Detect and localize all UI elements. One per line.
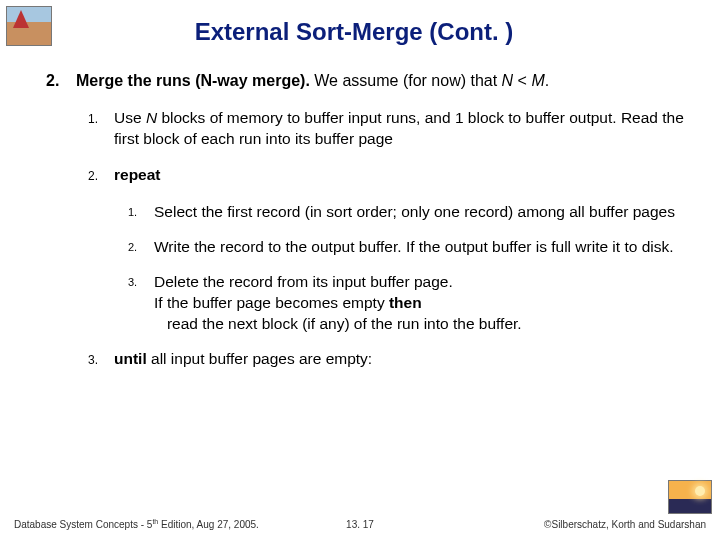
t: .: [545, 72, 549, 89]
ss-num: 3.: [128, 272, 144, 335]
sailboat-icon: [6, 6, 52, 46]
t: If the buffer page becomes empty: [154, 294, 389, 311]
slide-number: 13. 17: [346, 519, 374, 530]
t: Delete the record from its input buffer …: [154, 273, 453, 290]
t: all input buffer pages are empty:: [147, 350, 372, 367]
ss-body: Write the record to the output buffer. I…: [154, 237, 674, 258]
t: blocks of memory to buffer input runs, a…: [114, 109, 684, 147]
until-keyword: until: [114, 350, 147, 367]
footer: Database System Concepts - 5th Edition, …: [0, 518, 720, 530]
repeat-keyword: repeat: [114, 166, 161, 183]
subsub-list: 1. Select the first record (in sort orde…: [128, 202, 692, 335]
slide-title: External Sort-Merge (Cont. ): [16, 18, 692, 46]
ss-num: 2.: [128, 237, 144, 258]
slide: External Sort-Merge (Cont. ) 2. Merge th…: [0, 0, 720, 540]
t: Edition, Aug 27, 2005.: [158, 519, 259, 530]
footer-right: ©Silberschatz, Korth and Sudarshan: [544, 519, 706, 530]
ss-body: Select the first record (in sort order; …: [154, 202, 675, 223]
sunset-icon: [668, 480, 712, 514]
step-bold: Merge the runs (N-way merge).: [76, 72, 314, 89]
sub-num: 3.: [88, 349, 104, 370]
ss-body: Delete the record from its input buffer …: [154, 272, 522, 335]
ss-num: 1.: [128, 202, 144, 223]
subsub-1: 1. Select the first record (in sort orde…: [128, 202, 692, 223]
sub-body: until all input buffer pages are empty:: [114, 349, 372, 370]
step-number: 2.: [46, 70, 66, 92]
t: Use: [114, 109, 146, 126]
step-body: Merge the runs (N-way merge). We assume …: [76, 70, 549, 92]
var-n: N: [146, 109, 157, 126]
step-2: 2. Merge the runs (N-way merge). We assu…: [46, 70, 682, 92]
var-n: N: [502, 72, 514, 89]
t: read the next block (if any) of the run …: [154, 315, 522, 332]
t: Database System Concepts - 5: [14, 519, 152, 530]
sub-step-3: 3. until all input buffer pages are empt…: [88, 349, 692, 370]
sub-body: Use N blocks of memory to buffer input r…: [114, 108, 692, 150]
var-m: M: [531, 72, 544, 89]
t: We assume (for now) that: [314, 72, 501, 89]
sub-step-1: 1. Use N blocks of memory to buffer inpu…: [88, 108, 692, 150]
footer-left: Database System Concepts - 5th Edition, …: [14, 518, 259, 530]
sub-num: 2.: [88, 165, 104, 186]
subsub-2: 2. Write the record to the output buffer…: [128, 237, 692, 258]
sub-num: 1.: [88, 108, 104, 150]
sub-body: repeat: [114, 165, 161, 186]
then-keyword: then: [389, 294, 422, 311]
subsub-3: 3. Delete the record from its input buff…: [128, 272, 692, 335]
sub-step-2: 2. repeat: [88, 165, 692, 186]
sub-list: 1. Use N blocks of memory to buffer inpu…: [88, 108, 692, 370]
t: <: [513, 72, 531, 89]
